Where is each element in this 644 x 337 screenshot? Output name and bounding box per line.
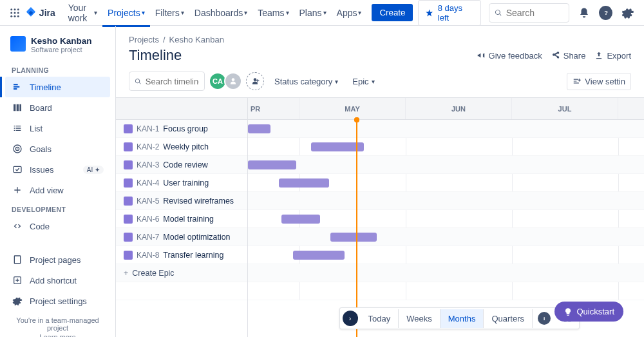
gantt-row bbox=[248, 210, 644, 228]
month-header: PR bbox=[248, 98, 299, 119]
today-button[interactable]: Today bbox=[361, 309, 399, 328]
timeline-search-input[interactable] bbox=[146, 77, 199, 86]
global-search-input[interactable] bbox=[506, 8, 564, 18]
help-icon[interactable]: ? bbox=[599, 6, 612, 20]
global-search[interactable] bbox=[489, 3, 569, 23]
days-left-button[interactable]: 8 days left bbox=[418, 0, 481, 26]
sidebar-item-label: Code bbox=[30, 222, 50, 231]
sidebar-item-goals[interactable]: Goals bbox=[5, 139, 110, 159]
learn-more-link[interactable]: Learn more bbox=[10, 333, 105, 337]
nav-plans[interactable]: Plans ▾ bbox=[294, 0, 332, 27]
avatar-unassigned[interactable] bbox=[224, 72, 242, 90]
sidebar-item-label: Project settings bbox=[30, 296, 87, 306]
plus-icon: + bbox=[124, 269, 128, 278]
breadcrumb-current[interactable]: Kesho Kanban bbox=[169, 35, 224, 44]
breadcrumb-projects[interactable]: Projects bbox=[129, 35, 159, 44]
plus-icon bbox=[12, 184, 23, 196]
sidebar-item-add-shortcut[interactable]: Add shortcut bbox=[5, 270, 110, 291]
nav-projects[interactable]: Projects ▾ bbox=[102, 0, 150, 27]
create-epic-row[interactable]: +Create Epic bbox=[116, 264, 247, 282]
epic-row[interactable]: KAN-6Model training bbox=[116, 210, 247, 228]
sidebar-item-project-settings[interactable]: Project settings bbox=[5, 291, 110, 311]
month-header: JUN bbox=[406, 98, 512, 119]
scroll-right-button[interactable]: › bbox=[343, 311, 358, 326]
epic-row[interactable]: KAN-8Transfer learning bbox=[116, 246, 247, 264]
notifications-icon[interactable] bbox=[576, 4, 593, 22]
sidebar-item-issues[interactable]: IssuesAI ✦ bbox=[5, 159, 110, 180]
epic-bar[interactable] bbox=[248, 124, 270, 133]
epic-key: KAN-8 bbox=[137, 251, 159, 260]
epic-row[interactable]: KAN-5Revised wireframes bbox=[116, 192, 247, 210]
epic-icon bbox=[124, 142, 133, 151]
status-category-filter[interactable]: Status category ▾ bbox=[270, 74, 342, 89]
gantt-row bbox=[248, 192, 644, 210]
timeline-search[interactable] bbox=[129, 72, 205, 91]
sidebar-item-project-pages[interactable]: Project pages bbox=[5, 249, 110, 270]
epic-title: Code review bbox=[163, 160, 207, 169]
epic-row[interactable]: KAN-4User training bbox=[116, 174, 247, 192]
epic-row[interactable]: KAN-2Weekly pitch bbox=[116, 138, 247, 156]
weeks-button[interactable]: Weeks bbox=[399, 309, 440, 328]
sidebar-item-code[interactable]: Code bbox=[5, 216, 110, 236]
settings-icon[interactable] bbox=[619, 4, 636, 22]
epic-icon bbox=[124, 160, 133, 169]
quarters-button[interactable]: Quarters bbox=[484, 309, 533, 328]
month-header: JUL bbox=[512, 98, 618, 119]
epic-bar[interactable] bbox=[279, 178, 329, 188]
chevron-down-icon: ▾ bbox=[358, 9, 361, 16]
gantt-row bbox=[248, 120, 644, 138]
app-switcher-icon[interactable] bbox=[8, 5, 23, 21]
board-icon bbox=[12, 102, 23, 113]
months-button[interactable]: Months bbox=[440, 309, 484, 328]
megaphone-icon bbox=[477, 51, 486, 60]
export-icon bbox=[594, 51, 603, 60]
planning-section-head: PLANNING bbox=[5, 61, 110, 77]
epic-row[interactable]: KAN-3Code review bbox=[116, 156, 247, 174]
epic-bar[interactable] bbox=[281, 215, 320, 224]
sidebar-item-list[interactable]: List bbox=[5, 118, 110, 139]
jira-logo[interactable]: Jira bbox=[25, 7, 55, 19]
chevron-down-icon: ▾ bbox=[142, 9, 145, 16]
epic-bar[interactable] bbox=[293, 251, 345, 260]
epic-title: Transfer learning bbox=[163, 251, 223, 260]
nav-dashboards[interactable]: Dashboards ▾ bbox=[189, 0, 253, 27]
create-button[interactable]: Create bbox=[372, 4, 413, 21]
svg-text:?: ? bbox=[604, 9, 608, 15]
svg-point-5 bbox=[17, 12, 19, 14]
add-people-icon[interactable] bbox=[246, 72, 264, 90]
epic-filter[interactable]: Epic ▾ bbox=[348, 74, 378, 89]
sidebar-item-board[interactable]: Board bbox=[5, 97, 110, 118]
epic-row[interactable]: KAN-1Focus group bbox=[116, 120, 247, 138]
project-type: Software project bbox=[31, 46, 92, 53]
code-icon bbox=[12, 220, 23, 232]
chevron-down-icon: ▾ bbox=[244, 9, 247, 16]
epic-row[interactable]: KAN-7Model optimization bbox=[116, 228, 247, 246]
svg-point-2 bbox=[17, 8, 19, 10]
epic-bar[interactable] bbox=[248, 160, 296, 169]
nav-your-work[interactable]: Your work ▾ bbox=[63, 0, 102, 27]
epic-key: KAN-6 bbox=[137, 215, 159, 224]
view-settings-button[interactable]: View settin bbox=[567, 73, 631, 90]
chevron-down-icon: ▾ bbox=[181, 9, 184, 16]
nav-apps[interactable]: Apps ▾ bbox=[332, 0, 367, 27]
export-button[interactable]: Export bbox=[594, 51, 631, 61]
epic-bar[interactable] bbox=[330, 233, 377, 242]
give-feedback-button[interactable]: Give feedback bbox=[477, 51, 542, 61]
sidebar-item-timeline[interactable]: Timeline bbox=[5, 77, 110, 97]
epic-title: Weekly pitch bbox=[163, 142, 209, 151]
gantt-row bbox=[248, 138, 644, 156]
quickstart-button[interactable]: Quickstart bbox=[554, 302, 623, 322]
jira-logo-icon bbox=[25, 7, 37, 19]
svg-point-0 bbox=[11, 8, 13, 10]
svg-point-3 bbox=[11, 12, 13, 14]
sliders-icon bbox=[573, 77, 582, 86]
svg-rect-13 bbox=[14, 166, 21, 172]
nav-filters[interactable]: Filters ▾ bbox=[150, 0, 189, 27]
legend-icon[interactable]: i bbox=[538, 312, 551, 325]
epic-title: Revised wireframes bbox=[163, 197, 234, 206]
svg-point-12 bbox=[17, 148, 17, 149]
nav-teams[interactable]: Teams ▾ bbox=[252, 0, 294, 27]
share-button[interactable]: Share bbox=[551, 51, 586, 61]
sidebar-item-label: Add view bbox=[30, 186, 64, 195]
sidebar-item-add-view[interactable]: Add view bbox=[5, 180, 110, 200]
